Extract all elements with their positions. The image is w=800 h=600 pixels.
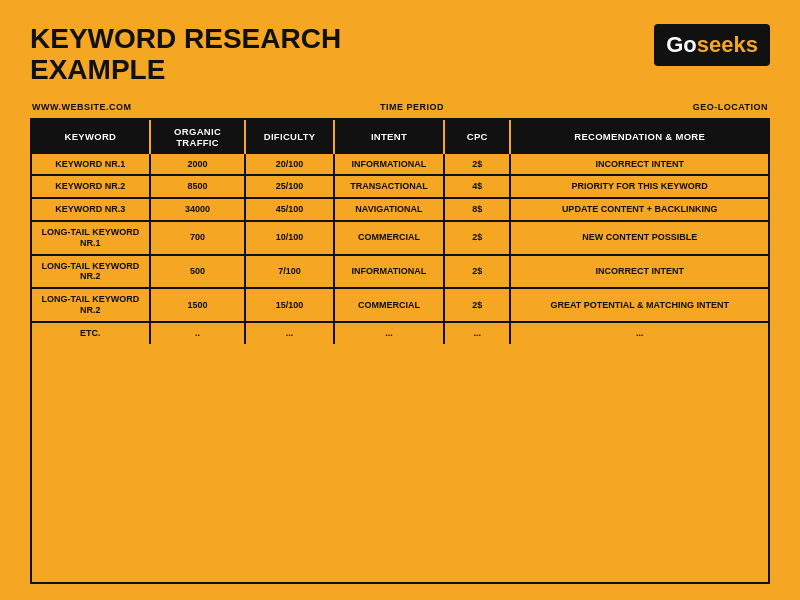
- cell-intent: INFORMATIONAL: [334, 255, 444, 289]
- meta-geo-location: GEO-LOCATION: [693, 102, 768, 112]
- cell-cpc: ...: [444, 322, 510, 344]
- cell-cpc: 2$: [444, 255, 510, 289]
- cell-difficulty: 20/100: [245, 154, 333, 176]
- cell-traffic: ..: [150, 322, 246, 344]
- meta-row: WWW.WEBSITE.COM TIME PERIOD GEO-LOCATION: [30, 102, 770, 112]
- header: KEYWORD RESEARCH EXAMPLE Go seeks: [30, 24, 770, 86]
- title-line1: KEYWORD RESEARCH: [30, 24, 341, 55]
- cell-difficulty: 15/100: [245, 288, 333, 322]
- cell-keyword: LONG-TAIL KEYWORD NR.1: [32, 221, 150, 255]
- table-row: LONG-TAIL KEYWORD NR.2150015/100COMMERCI…: [32, 288, 768, 322]
- cell-intent: INFORMATIONAL: [334, 154, 444, 176]
- cell-intent: COMMERCIAL: [334, 288, 444, 322]
- table-row: LONG-TAIL KEYWORD NR.170010/100COMMERCIA…: [32, 221, 768, 255]
- cell-traffic: 2000: [150, 154, 246, 176]
- cell-difficulty: 25/100: [245, 175, 333, 198]
- cell-intent: COMMERCIAL: [334, 221, 444, 255]
- col-header-keyword: KEYWORD: [32, 120, 150, 154]
- cell-traffic: 8500: [150, 175, 246, 198]
- table-row: KEYWORD NR.2850025/100TRANSACTIONAL4$PRI…: [32, 175, 768, 198]
- table-row: LONG-TAIL KEYWORD NR.25007/100INFORMATIO…: [32, 255, 768, 289]
- cell-recommendation: ...: [510, 322, 768, 344]
- cell-keyword: KEYWORD NR.1: [32, 154, 150, 176]
- cell-difficulty: 45/100: [245, 198, 333, 221]
- cell-recommendation: INCORRECT INTENT: [510, 154, 768, 176]
- page-container: KEYWORD RESEARCH EXAMPLE Go seeks WWW.WE…: [0, 0, 800, 600]
- table-row: KEYWORD NR.1200020/100INFORMATIONAL2$INC…: [32, 154, 768, 176]
- cell-recommendation: NEW CONTENT POSSIBLE: [510, 221, 768, 255]
- keyword-table: KEYWORDORGANIC TRAFFICDIFICULTYINTENTCPC…: [32, 120, 768, 344]
- cell-keyword: LONG-TAIL KEYWORD NR.2: [32, 288, 150, 322]
- cell-keyword: KEYWORD NR.2: [32, 175, 150, 198]
- table-row: ETC...............: [32, 322, 768, 344]
- cell-intent: TRANSACTIONAL: [334, 175, 444, 198]
- cell-recommendation: INCORRECT INTENT: [510, 255, 768, 289]
- col-header-difficulty: DIFICULTY: [245, 120, 333, 154]
- meta-time-period: TIME PERIOD: [380, 102, 444, 112]
- meta-website: WWW.WEBSITE.COM: [32, 102, 132, 112]
- table-wrapper: KEYWORDORGANIC TRAFFICDIFICULTYINTENTCPC…: [30, 118, 770, 584]
- cell-traffic: 1500: [150, 288, 246, 322]
- cell-keyword: ETC.: [32, 322, 150, 344]
- cell-traffic: 500: [150, 255, 246, 289]
- cell-cpc: 2$: [444, 154, 510, 176]
- logo-seeks-text: seeks: [697, 32, 758, 58]
- cell-cpc: 2$: [444, 288, 510, 322]
- table-header-row: KEYWORDORGANIC TRAFFICDIFICULTYINTENTCPC…: [32, 120, 768, 154]
- cell-recommendation: PRIORITY FOR THIS KEYWORD: [510, 175, 768, 198]
- cell-recommendation: GREAT POTENTIAL & MATCHING INTENT: [510, 288, 768, 322]
- cell-cpc: 8$: [444, 198, 510, 221]
- cell-intent: NAVIGATIONAL: [334, 198, 444, 221]
- logo-go-text: Go: [666, 32, 697, 58]
- page-title: KEYWORD RESEARCH EXAMPLE: [30, 24, 341, 86]
- cell-cpc: 4$: [444, 175, 510, 198]
- cell-cpc: 2$: [444, 221, 510, 255]
- cell-difficulty: 10/100: [245, 221, 333, 255]
- table-row: KEYWORD NR.33400045/100NAVIGATIONAL8$UPD…: [32, 198, 768, 221]
- cell-traffic: 34000: [150, 198, 246, 221]
- cell-keyword: KEYWORD NR.3: [32, 198, 150, 221]
- col-header-cpc: CPC: [444, 120, 510, 154]
- title-line2: EXAMPLE: [30, 55, 341, 86]
- cell-recommendation: UPDATE CONTENT + BACKLINKING: [510, 198, 768, 221]
- col-header-intent: INTENT: [334, 120, 444, 154]
- cell-difficulty: 7/100: [245, 255, 333, 289]
- cell-traffic: 700: [150, 221, 246, 255]
- cell-keyword: LONG-TAIL KEYWORD NR.2: [32, 255, 150, 289]
- col-header-traffic: ORGANIC TRAFFIC: [150, 120, 246, 154]
- cell-difficulty: ...: [245, 322, 333, 344]
- col-header-recommendation: RECOMENDATION & MORE: [510, 120, 768, 154]
- logo: Go seeks: [654, 24, 770, 66]
- cell-intent: ...: [334, 322, 444, 344]
